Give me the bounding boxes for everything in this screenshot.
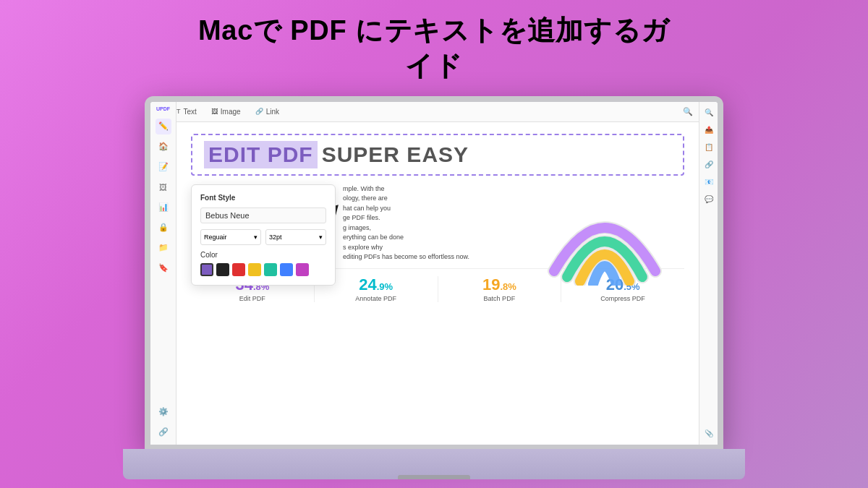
topbar-link-label: Link bbox=[266, 108, 279, 116]
right-icon-upload[interactable]: 📤 bbox=[702, 124, 715, 137]
stat-annotate-number: 24.9% bbox=[320, 276, 432, 294]
stat-compress-label: Compress PDF bbox=[567, 295, 678, 302]
topbar-image[interactable]: 🖼 Image bbox=[211, 108, 241, 116]
swatch-red[interactable] bbox=[232, 263, 245, 276]
swatch-pink[interactable] bbox=[296, 263, 309, 276]
zoom-control[interactable]: 🔍 bbox=[683, 107, 693, 116]
right-icon-copy[interactable]: 📋 bbox=[702, 141, 715, 154]
sidebar-icon-image[interactable]: 🖼 bbox=[156, 179, 171, 195]
app-container: UPDF ✏️ 🏠 📝 🖼 📊 🔒 📁 🔖 ⚙️ 🔗 T bbox=[150, 102, 718, 445]
swatch-black[interactable] bbox=[216, 263, 229, 276]
sidebar-icon-lock[interactable]: 🔒 bbox=[156, 220, 171, 236]
sidebar-icon-text[interactable]: 📝 bbox=[156, 159, 171, 175]
app-logo: UPDF bbox=[156, 106, 170, 111]
right-icon-link[interactable]: 🔗 bbox=[702, 158, 715, 171]
sidebar-icon-bookmark[interactable]: 🔖 bbox=[156, 260, 171, 276]
page-title: Macで PDF にテキストを追加するガ イド bbox=[198, 13, 670, 85]
sidebar-icon-settings[interactable]: ⚙️ bbox=[156, 404, 171, 420]
left-sidebar: UPDF ✏️ 🏠 📝 🖼 📊 🔒 📁 🔖 ⚙️ 🔗 bbox=[150, 102, 176, 445]
color-swatches bbox=[200, 263, 326, 276]
topbar-image-label: Image bbox=[221, 108, 241, 116]
main-area: T Text 🖼 Image 🔗 Link 🔍 bbox=[176, 102, 699, 445]
stat-batch-label: Batch PDF bbox=[444, 295, 556, 302]
sidebar-icon-home[interactable]: 🏠 bbox=[156, 139, 171, 155]
wifi-graphic bbox=[540, 170, 670, 286]
popup-font-name[interactable]: Bebus Neue bbox=[200, 207, 326, 223]
swatch-yellow[interactable] bbox=[248, 263, 261, 276]
sidebar-icon-chart[interactable]: 📊 bbox=[156, 200, 171, 215]
font-style-select[interactable]: Reguair ▾ bbox=[200, 229, 261, 245]
swatch-purple[interactable] bbox=[200, 263, 213, 276]
sidebar-icon-folder[interactable]: 📁 bbox=[156, 240, 171, 256]
laptop-notch bbox=[398, 475, 470, 479]
right-icon-mail[interactable]: 📧 bbox=[702, 176, 715, 189]
topbar-text[interactable]: T Text bbox=[176, 108, 197, 116]
right-icon-bottom[interactable]: 📎 bbox=[702, 427, 715, 440]
font-style-popup: Font Style Bebus Neue Reguair ▾ 32pt ▾ bbox=[191, 184, 336, 286]
text-icon: T bbox=[176, 108, 181, 115]
stat-annotate-label: Annotate PDF bbox=[320, 295, 432, 302]
font-size-select[interactable]: 32pt ▾ bbox=[265, 229, 326, 245]
sidebar-icon-link[interactable]: 🔗 bbox=[156, 424, 171, 440]
right-sidebar: 🔍 📤 📋 🔗 📧 💬 📎 bbox=[699, 102, 718, 445]
stat-edit-pdf-label: Edit PDF bbox=[197, 295, 308, 302]
banner-super-easy: SUPER EASY bbox=[318, 141, 473, 168]
laptop-mockup: UPDF ✏️ 🏠 📝 🖼 📊 🔒 📁 🔖 ⚙️ 🔗 T bbox=[123, 96, 745, 479]
popup-title: Font Style bbox=[200, 194, 326, 202]
image-icon: 🖼 bbox=[211, 108, 218, 115]
laptop-screen: UPDF ✏️ 🏠 📝 🖼 📊 🔒 📁 🔖 ⚙️ 🔗 T bbox=[145, 96, 723, 450]
content-area: EDIT PDF SUPER EASY Font Style Bebus Neu… bbox=[176, 122, 699, 445]
popup-style-row: Reguair ▾ 32pt ▾ bbox=[200, 229, 326, 245]
right-icon-comment[interactable]: 💬 bbox=[702, 193, 715, 206]
link-icon: 🔗 bbox=[255, 108, 263, 115]
laptop-base bbox=[123, 449, 745, 479]
top-bar: T Text 🖼 Image 🔗 Link 🔍 bbox=[176, 102, 699, 122]
banner-edit-pdf: EDIT PDF bbox=[204, 141, 318, 168]
color-label: Color bbox=[200, 251, 326, 259]
topbar-text-label: Text bbox=[184, 108, 197, 116]
right-icon-search[interactable]: 🔍 bbox=[702, 106, 715, 119]
sidebar-icon-edit[interactable]: ✏️ bbox=[156, 119, 171, 134]
stat-batch-number: 19.8% bbox=[444, 276, 556, 294]
swatch-teal[interactable] bbox=[264, 263, 277, 276]
swatch-blue[interactable] bbox=[280, 263, 293, 276]
topbar-link[interactable]: 🔗 Link bbox=[255, 108, 279, 116]
content-lower: Font Style Bebus Neue Reguair ▾ 32pt ▾ bbox=[191, 184, 684, 262]
